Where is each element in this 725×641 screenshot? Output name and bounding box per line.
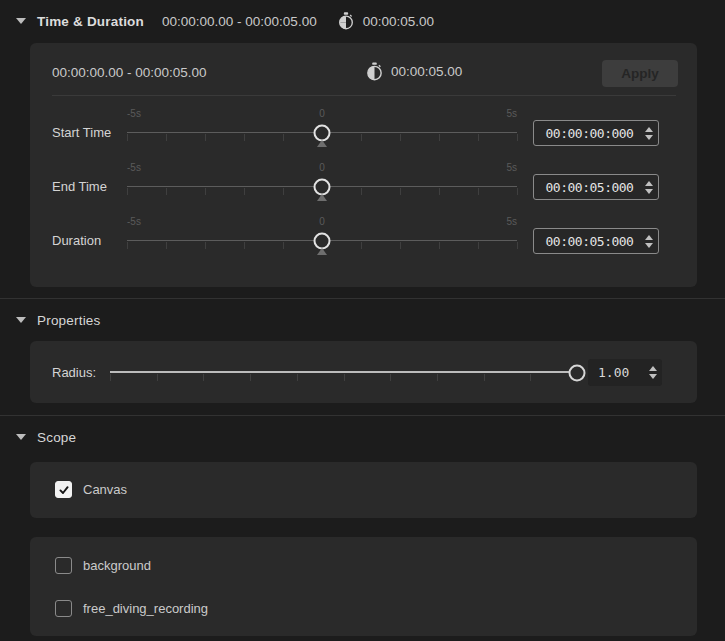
step-down-icon[interactable] — [645, 189, 653, 194]
slider-handle[interactable] — [314, 179, 331, 196]
collapse-arrow-icon[interactable] — [16, 18, 26, 24]
background-checkbox-label[interactable]: background — [83, 558, 151, 573]
effect-settings-panel: { "header": { "title": "Time & Duration"… — [0, 0, 725, 641]
duration-value[interactable]: 00:00:05:000 — [534, 234, 645, 249]
canvas-checkbox-label[interactable]: Canvas — [83, 482, 127, 497]
step-down-icon[interactable] — [645, 243, 653, 248]
properties-section-header[interactable]: Properties — [0, 309, 725, 331]
header-duration-group: 00:00:05.00 — [337, 12, 434, 30]
canvas-checkbox-row[interactable]: Canvas — [55, 481, 127, 498]
end-time-label: End Time — [52, 179, 107, 194]
slider-ticks — [110, 374, 577, 382]
slider-max-label: 5s — [506, 216, 517, 227]
scope-canvas-panel: Canvas — [30, 462, 697, 518]
start-time-row: Start Time -5s 0 5s 00:00:00:000 — [30, 105, 697, 159]
properties-panel: Radius: 1.00 — [30, 341, 697, 403]
end-time-row: End Time -5s 0 5s 00:00:05:000 — [30, 159, 697, 213]
scope-clips-panel: background free_diving_recording — [30, 537, 697, 636]
step-up-icon[interactable] — [649, 366, 657, 371]
panel-duration-value: 00:00:05.00 — [391, 64, 462, 79]
end-time-input[interactable]: 00:00:05:000 — [533, 174, 659, 200]
step-up-icon[interactable] — [645, 235, 653, 240]
slider-handle[interactable] — [569, 365, 586, 382]
slider-mid-label: 0 — [319, 108, 325, 119]
checkmark-icon — [58, 484, 70, 496]
time-duration-section-header[interactable]: Time & Duration 00:00:00.00 - 00:00:05.0… — [0, 10, 725, 32]
slider-max-label: 5s — [506, 162, 517, 173]
section-title: Time & Duration — [37, 14, 144, 29]
stepper-arrows[interactable] — [645, 127, 653, 140]
header-duration-value: 00:00:05.00 — [363, 14, 434, 29]
section-divider — [0, 415, 725, 416]
stepper-arrows[interactable] — [649, 366, 657, 379]
panel-time-range: 00:00:00.00 - 00:00:05.00 — [52, 65, 207, 80]
slider-mid-label: 0 — [319, 162, 325, 173]
duration-slider[interactable]: -5s 0 5s — [127, 213, 517, 267]
canvas-checkbox[interactable] — [55, 481, 72, 498]
time-duration-panel: 00:00:00.00 - 00:00:05.00 00:00:05.00 Ap… — [30, 43, 697, 287]
scope-section-header[interactable]: Scope — [0, 426, 725, 448]
slider-min-label: -5s — [127, 162, 141, 173]
duration-input[interactable]: 00:00:05:000 — [533, 228, 659, 254]
stopwatch-icon — [365, 62, 384, 81]
slider-track[interactable] — [110, 371, 577, 373]
radius-slider[interactable] — [110, 345, 577, 399]
free-diving-recording-checkbox-label[interactable]: free_diving_recording — [83, 601, 208, 616]
end-time-value[interactable]: 00:00:05:000 — [534, 180, 645, 195]
radius-input[interactable]: 1.00 — [588, 359, 662, 386]
duration-row: Duration -5s 0 5s 00:00:05:000 — [30, 213, 697, 267]
slider-handle[interactable] — [314, 125, 331, 142]
start-time-slider[interactable]: -5s 0 5s — [127, 105, 517, 159]
slider-min-label: -5s — [127, 216, 141, 227]
panel-separator — [52, 95, 676, 96]
background-checkbox[interactable] — [55, 557, 72, 574]
step-down-icon[interactable] — [649, 374, 657, 379]
collapse-arrow-icon[interactable] — [16, 434, 26, 440]
collapse-arrow-icon[interactable] — [16, 317, 26, 323]
header-time-range: 00:00:00.00 - 00:00:05.00 — [162, 14, 317, 29]
slider-zero-marker-icon — [317, 248, 327, 255]
slider-max-label: 5s — [506, 108, 517, 119]
step-down-icon[interactable] — [645, 135, 653, 140]
start-time-label: Start Time — [52, 125, 111, 140]
section-divider — [0, 298, 725, 299]
free-diving-recording-checkbox-row[interactable]: free_diving_recording — [55, 600, 208, 617]
section-title: Properties — [37, 313, 101, 328]
start-time-value[interactable]: 00:00:00:000 — [534, 126, 645, 141]
step-up-icon[interactable] — [645, 181, 653, 186]
duration-label: Duration — [52, 233, 101, 248]
free-diving-recording-checkbox[interactable] — [55, 600, 72, 617]
slider-zero-marker-icon — [317, 140, 327, 147]
end-time-slider[interactable]: -5s 0 5s — [127, 159, 517, 213]
start-time-input[interactable]: 00:00:00:000 — [533, 120, 659, 146]
slider-min-label: -5s — [127, 108, 141, 119]
radius-label: Radius: — [52, 365, 96, 380]
stepper-arrows[interactable] — [645, 181, 653, 194]
slider-zero-marker-icon — [317, 194, 327, 201]
stepper-arrows[interactable] — [645, 235, 653, 248]
apply-button[interactable]: Apply — [602, 60, 678, 87]
step-up-icon[interactable] — [645, 127, 653, 132]
stopwatch-icon — [337, 12, 355, 30]
panel-duration-group: 00:00:05.00 — [365, 62, 462, 81]
radius-value[interactable]: 1.00 — [588, 365, 649, 380]
slider-mid-label: 0 — [319, 216, 325, 227]
section-title: Scope — [37, 430, 76, 445]
slider-handle[interactable] — [314, 233, 331, 250]
background-checkbox-row[interactable]: background — [55, 557, 151, 574]
